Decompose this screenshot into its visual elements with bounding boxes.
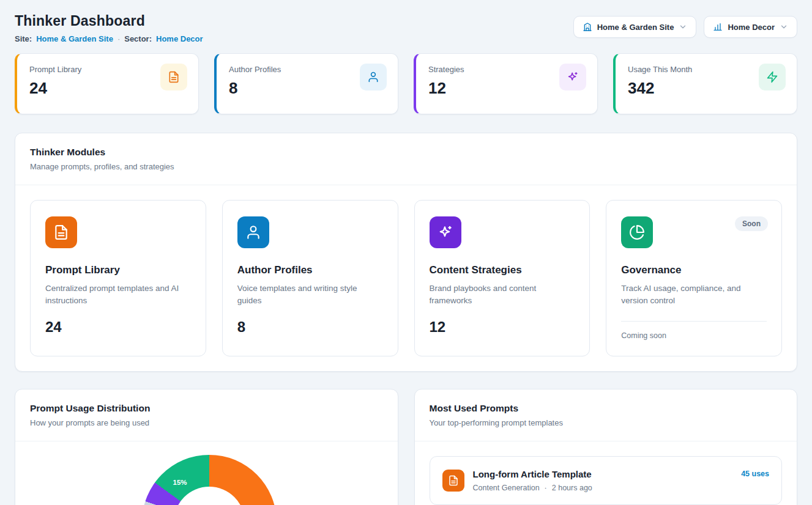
user-icon <box>360 64 387 90</box>
most-used-prompts-panel: Most Used Prompts Your top-performing pr… <box>414 389 798 505</box>
most-used-subtitle: Your top-performing prompt templates <box>430 418 783 427</box>
module-card-author-profiles[interactable]: Author Profiles Voice templates and writ… <box>222 200 398 356</box>
module-title: Governance <box>621 264 767 276</box>
most-used-title: Most Used Prompts <box>430 403 783 414</box>
sparkles-icon <box>430 216 461 248</box>
chevron-down-icon <box>780 23 788 31</box>
meta-separator: · <box>545 484 547 492</box>
module-card-prompt-library[interactable]: Prompt Library Centralized prompt templa… <box>30 200 206 356</box>
donut-segment-label: 15% <box>173 479 187 486</box>
most-used-panel-header: Most Used Prompts Your top-performing pr… <box>415 389 797 441</box>
stat-card-strategies: Strategies 12 <box>414 53 598 114</box>
module-card-governance[interactable]: Soon Governance Track AI usage, complian… <box>606 200 782 356</box>
site-label: Site: <box>15 34 32 43</box>
modules-subtitle: Manage prompts, profiles, and strategies <box>30 162 782 171</box>
module-description: Centralized prompt templates and AI inst… <box>45 282 191 308</box>
module-divider <box>621 321 767 322</box>
header-left: Thinker Dashboard Site: Home & Garden Si… <box>15 12 203 43</box>
prompt-list: Long-form Article Template Content Gener… <box>415 441 797 505</box>
prompt-item-title: Long-form Article Template <box>473 469 592 479</box>
breadcrumb-separator: · <box>117 34 120 43</box>
modules-panel-header: Thinker Modules Manage prompts, profiles… <box>15 133 797 185</box>
module-count: 24 <box>45 319 191 336</box>
module-title: Prompt Library <box>45 264 191 276</box>
usage-title: Prompt Usage Distribution <box>30 403 383 414</box>
module-description: Brand playbooks and content frameworks <box>430 282 575 308</box>
prompt-time: 2 hours ago <box>552 484 592 492</box>
bottom-row: Prompt Usage Distribution How your promp… <box>15 389 797 505</box>
site-selector-label: Home & Garden Site <box>597 23 674 32</box>
dashboard-page: Thinker Dashboard Site: Home & Garden Si… <box>0 0 812 505</box>
prompt-category: Content Generation <box>473 484 540 492</box>
module-card-content-strategies[interactable]: Content Strategies Brand playbooks and c… <box>414 200 590 356</box>
chevron-down-icon <box>679 23 687 31</box>
module-count: 8 <box>237 319 383 336</box>
module-title: Content Strategies <box>430 264 575 276</box>
coming-soon-note: Coming soon <box>621 331 767 340</box>
module-title: Author Profiles <box>237 264 383 276</box>
usage-donut-chart: 15% <box>142 455 277 505</box>
soon-badge: Soon <box>735 216 768 231</box>
sector-label: Sector: <box>124 34 152 43</box>
modules-grid: Prompt Library Centralized prompt templa… <box>15 185 797 371</box>
sector-selector-dropdown[interactable]: Home Decor <box>704 16 797 38</box>
stat-card-usage: Usage This Month 342 <box>613 53 797 114</box>
usage-subtitle: How your prompts are being used <box>30 418 383 427</box>
stat-card-author-profiles: Author Profiles 8 <box>214 53 398 114</box>
bar-chart-icon <box>713 22 723 32</box>
page-header: Thinker Dashboard Site: Home & Garden Si… <box>15 12 797 43</box>
header-selectors: Home & Garden Site Home Decor <box>573 16 797 38</box>
prompt-item-text: Long-form Article Template Content Gener… <box>473 469 592 492</box>
building-icon <box>583 22 592 32</box>
breadcrumb: Site: Home & Garden Site · Sector: Home … <box>15 34 203 43</box>
sector-selector-label: Home Decor <box>728 23 775 32</box>
zap-icon <box>759 64 786 90</box>
usage-panel-header: Prompt Usage Distribution How your promp… <box>15 389 398 441</box>
stat-card-prompt-library: Prompt Library 24 <box>15 53 199 114</box>
page-title: Thinker Dashboard <box>15 12 203 29</box>
uses-badge: 45 uses <box>741 470 769 478</box>
module-count: 12 <box>430 319 575 336</box>
file-text-icon <box>160 64 187 90</box>
sector-link[interactable]: Home Decor <box>156 34 203 43</box>
file-text-icon <box>442 470 464 492</box>
site-link[interactable]: Home & Garden Site <box>36 34 113 43</box>
module-description: Track AI usage, compliance, and version … <box>621 282 767 308</box>
modules-title: Thinker Modules <box>30 147 782 158</box>
user-icon <box>237 216 269 248</box>
thinker-modules-panel: Thinker Modules Manage prompts, profiles… <box>15 133 797 372</box>
module-description: Voice templates and writing style guides <box>237 282 383 308</box>
sparkles-icon <box>559 64 586 90</box>
file-text-icon <box>45 216 77 248</box>
stats-row: Prompt Library 24 Author Profiles 8 Stra… <box>15 53 797 114</box>
prompt-item-meta: Content Generation · 2 hours ago <box>473 484 592 492</box>
pie-chart-icon <box>621 216 653 248</box>
list-item[interactable]: Long-form Article Template Content Gener… <box>430 456 783 505</box>
usage-distribution-panel: Prompt Usage Distribution How your promp… <box>15 389 398 505</box>
site-selector-dropdown[interactable]: Home & Garden Site <box>573 16 697 38</box>
